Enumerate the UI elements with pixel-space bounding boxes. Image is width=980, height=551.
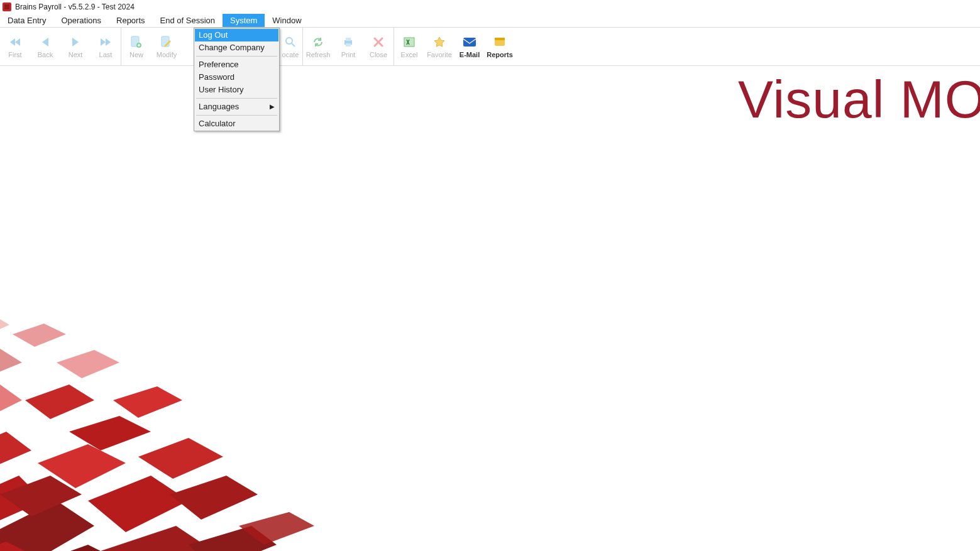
menu-preference-label: Preference: [199, 58, 239, 71]
svg-marker-11: [0, 476, 44, 526]
modify-label: Modify: [157, 52, 177, 58]
menu-user-history-label: User History: [199, 84, 244, 96]
favorite-button[interactable]: Favorite: [424, 28, 454, 65]
svg-marker-31: [0, 542, 44, 551]
edit-group: New Modify Save: [121, 28, 195, 65]
svg-marker-28: [113, 386, 182, 418]
reports-button[interactable]: Reports: [485, 28, 515, 65]
svg-marker-20: [57, 350, 119, 378]
menu-calculator-label: Calculator: [199, 117, 236, 130]
locate-icon: [284, 35, 297, 49]
app-icon: [3, 3, 11, 11]
refresh-button[interactable]: Refresh: [303, 28, 333, 65]
mid-group: ocate: [278, 28, 303, 65]
email-icon: [463, 35, 476, 49]
svg-marker-15: [88, 476, 189, 532]
reports-label: Reports: [487, 52, 513, 58]
system-dropdown: Log Out Change Company Preference Passwo…: [194, 28, 280, 131]
save-button[interactable]: Save: [182, 28, 194, 65]
close-button[interactable]: Close: [363, 28, 394, 65]
menu-log-out-label: Log Out: [199, 29, 228, 41]
toolbar: First Back Next Last New: [0, 28, 980, 66]
back-button[interactable]: Back: [30, 28, 60, 65]
nav-group: First Back Next Last: [0, 28, 121, 65]
menu-separator: [196, 98, 277, 99]
excel-label: Excel: [401, 52, 418, 58]
svg-rect-10: [495, 38, 505, 40]
menu-window[interactable]: Window: [265, 14, 309, 27]
menu-data-entry[interactable]: Data Entry: [0, 14, 53, 27]
svg-marker-14: [0, 432, 31, 469]
star-icon: [432, 35, 446, 49]
watermark-text: Visual MO: [738, 69, 980, 130]
menu-password-label: Password: [199, 71, 234, 84]
decorative-shards: [0, 275, 352, 551]
email-label: E-Mail: [460, 52, 480, 58]
menu-separator: [196, 115, 277, 116]
svg-rect-5: [346, 38, 351, 41]
menu-change-company[interactable]: Change Company: [195, 41, 278, 54]
refresh-label: Refresh: [306, 52, 331, 58]
next-label: Next: [69, 52, 83, 58]
email-button[interactable]: E-Mail: [454, 28, 485, 65]
favorite-label: Favorite: [427, 52, 452, 58]
action-group: Refresh Print Close: [303, 28, 394, 65]
menu-password[interactable]: Password: [195, 71, 278, 84]
menu-separator: [196, 56, 277, 57]
title-bar: Brains Payroll - v5.5.2.9 - Test 2024: [0, 0, 980, 14]
print-label: Print: [341, 52, 356, 58]
menu-languages-label: Languages: [199, 101, 239, 113]
first-button[interactable]: First: [0, 28, 30, 65]
locate-button-partial[interactable]: ocate: [278, 28, 302, 65]
menu-reports[interactable]: Reports: [109, 14, 153, 27]
export-group: Excel Favorite E-Mail Reports: [394, 28, 515, 65]
svg-marker-12: [0, 501, 94, 551]
svg-rect-7: [404, 38, 414, 46]
svg-marker-18: [0, 385, 22, 419]
svg-marker-24: [189, 526, 277, 551]
modify-button[interactable]: Modify: [151, 28, 182, 65]
menu-calculator[interactable]: Calculator: [195, 117, 278, 130]
svg-marker-13: [38, 444, 126, 488]
svg-marker-16: [0, 545, 138, 551]
last-label: Last: [99, 52, 113, 58]
new-button[interactable]: New: [121, 28, 151, 65]
first-label: First: [8, 52, 21, 58]
menu-end-of-session[interactable]: End of Session: [153, 14, 223, 27]
svg-marker-27: [13, 324, 66, 347]
back-icon: [38, 35, 52, 49]
svg-rect-6: [346, 43, 351, 46]
svg-marker-23: [170, 476, 258, 520]
svg-rect-8: [463, 38, 476, 46]
locate-label: ocate: [282, 52, 299, 58]
menu-operations[interactable]: Operations: [53, 14, 109, 27]
svg-marker-17: [101, 526, 214, 551]
new-icon: [129, 35, 143, 49]
svg-marker-33: [239, 512, 314, 545]
next-icon: [69, 35, 82, 49]
save-icon: [182, 35, 194, 49]
menu-log-out[interactable]: Log Out: [195, 29, 278, 41]
last-button[interactable]: Last: [91, 28, 121, 65]
print-button[interactable]: Print: [333, 28, 363, 65]
refresh-icon: [311, 35, 325, 49]
last-icon: [99, 35, 113, 49]
svg-marker-21: [0, 349, 22, 378]
reports-icon: [493, 35, 507, 49]
close-label: Close: [370, 52, 387, 58]
excel-button[interactable]: Excel: [394, 28, 424, 65]
window-title: Brains Payroll - v5.5.2.9 - Test 2024: [15, 3, 135, 11]
chevron-right-icon: ▶: [270, 101, 275, 113]
menu-system[interactable]: System: [223, 14, 265, 27]
excel-icon: [402, 35, 416, 49]
menu-languages[interactable]: Languages ▶: [195, 101, 278, 113]
svg-marker-19: [25, 385, 94, 419]
menu-user-history[interactable]: User History: [195, 84, 278, 96]
menu-preference[interactable]: Preference: [195, 58, 278, 71]
svg-marker-29: [69, 416, 151, 450]
svg-marker-26: [0, 314, 9, 337]
modify-icon: [160, 35, 173, 49]
next-button[interactable]: Next: [60, 28, 91, 65]
svg-marker-22: [138, 438, 223, 479]
menu-change-company-label: Change Company: [199, 41, 265, 54]
